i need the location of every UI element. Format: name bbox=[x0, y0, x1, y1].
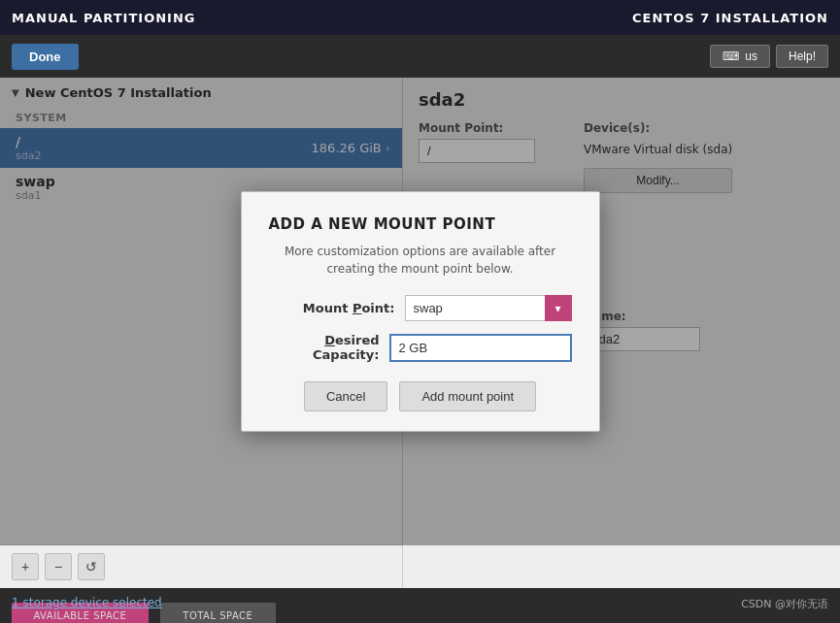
modal-overlay: ADD A NEW MOUNT POINT More customization… bbox=[0, 78, 840, 545]
refresh-button[interactable]: ↺ bbox=[78, 553, 105, 580]
keyboard-icon: ⌨ bbox=[722, 49, 739, 63]
top-bar: MANUAL PARTITIONING CENTOS 7 INSTALLATIO… bbox=[0, 0, 840, 35]
storage-device-link[interactable]: 1 storage device selected bbox=[12, 596, 162, 609]
install-title: CENTOS 7 INSTALLATION bbox=[632, 11, 828, 25]
done-button[interactable]: Done bbox=[12, 44, 79, 70]
watermark: CSDN @对你无语 bbox=[741, 597, 828, 611]
modal-buttons: Cancel Add mount point bbox=[269, 381, 572, 411]
language-button[interactable]: ⌨ us bbox=[710, 45, 770, 68]
left-bottom-controls: + − ↺ bbox=[0, 544, 402, 588]
remove-partition-button[interactable]: − bbox=[45, 553, 72, 580]
add-partition-button[interactable]: + bbox=[12, 553, 39, 580]
total-space-label: TOTAL SPACE bbox=[183, 610, 252, 621]
modal-title: ADD A NEW MOUNT POINT bbox=[269, 215, 572, 233]
modal-capacity-input[interactable] bbox=[389, 334, 572, 362]
modal-description: More customization options are available… bbox=[269, 243, 572, 278]
lang-label: us bbox=[745, 49, 757, 63]
app-title: MANUAL PARTITIONING bbox=[12, 11, 195, 25]
action-bar-right: ⌨ us Help! bbox=[710, 45, 828, 68]
total-space-badge: TOTAL SPACE 200 GiB bbox=[160, 603, 276, 624]
action-bar: Done ⌨ us Help! bbox=[0, 35, 840, 78]
add-mount-point-modal: ADD A NEW MOUNT POINT More customization… bbox=[241, 191, 600, 432]
modal-mount-point-select[interactable]: swap / /boot /home /tmp /var bbox=[405, 295, 572, 321]
modal-mount-point-select-wrapper: swap / /boot /home /tmp /var ▾ bbox=[405, 295, 572, 321]
help-button[interactable]: Help! bbox=[776, 45, 828, 68]
modal-capacity-label: Desired Capacity: bbox=[269, 333, 380, 362]
cancel-button[interactable]: Cancel bbox=[304, 381, 387, 411]
modal-mount-point-row: Mount Point: swap / /boot /home /tmp /va… bbox=[269, 295, 572, 321]
add-mount-point-button[interactable]: Add mount point bbox=[399, 381, 536, 411]
available-space-label: AVAILABLE SPACE bbox=[33, 610, 126, 621]
modal-capacity-row: Desired Capacity: bbox=[269, 333, 572, 362]
modal-mount-point-label: Mount Point: bbox=[269, 301, 395, 315]
